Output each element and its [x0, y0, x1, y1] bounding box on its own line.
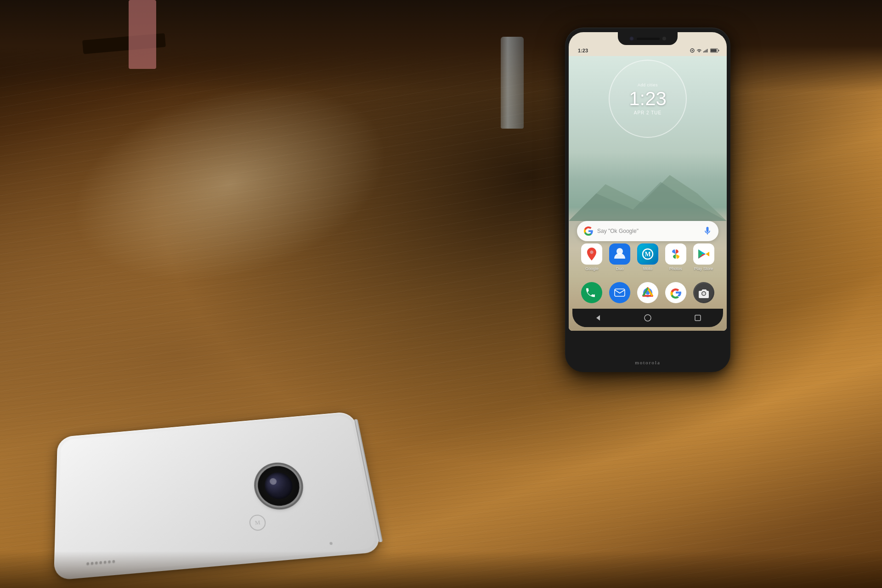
svg-text:M: M [645, 251, 650, 258]
nav-home-button[interactable] [641, 313, 655, 322]
phone-screen: 1:23 [569, 32, 727, 331]
photos-app-icon [665, 243, 686, 265]
navigation-bar [572, 309, 723, 327]
svg-point-21 [582, 283, 601, 302]
status-bar: 1:23 [569, 45, 727, 56]
status-icons [690, 48, 719, 53]
clock-circle: Add cities 1:23 APR 2 TUE [609, 60, 687, 138]
proximity-sensor [662, 37, 666, 40]
microphone-icon [703, 226, 712, 236]
svg-point-33 [645, 315, 651, 321]
google-search-bar[interactable]: Say "Ok Google" [577, 221, 718, 241]
phone-front-body: 1:23 [565, 28, 730, 372]
app-playstore[interactable]: Play Store [693, 243, 714, 271]
clock-widget[interactable]: Add cities 1:23 APR 2 TUE [606, 57, 689, 140]
moto-app-icon: M [637, 243, 658, 265]
rear-camera-module [255, 464, 302, 508]
app-photos[interactable]: Photos [665, 243, 686, 271]
phone-brand-label: motorola [565, 360, 730, 365]
google-app-icon [665, 282, 686, 303]
google-maps-app-icon [581, 243, 602, 265]
dock-camera[interactable] [693, 282, 714, 303]
clock-time: 1:23 [629, 89, 667, 108]
nav-recents-button[interactable] [691, 313, 705, 322]
earpiece-speaker [637, 38, 660, 40]
svg-point-31 [702, 292, 705, 295]
duo-app-icon [609, 243, 630, 265]
svg-rect-34 [695, 315, 701, 321]
app-google[interactable]: Google [581, 243, 602, 271]
playstore-app-icon [693, 243, 714, 265]
dock-chrome[interactable] [637, 282, 658, 303]
glass-object [501, 37, 524, 129]
clock-date: APR 2 TUE [634, 110, 662, 115]
app-playstore-label: Play Store [694, 266, 713, 271]
svg-rect-5 [705, 51, 706, 52]
mountain-shape [569, 166, 727, 221]
motorola-logo-back: M [247, 513, 268, 533]
svg-rect-9 [718, 50, 719, 51]
background-pink-object [129, 0, 156, 69]
signal-icon [703, 48, 709, 53]
app-google-label: Google [585, 266, 599, 271]
chrome-app-icon [637, 282, 658, 303]
search-hint-text: Say "Ok Google" [597, 228, 699, 234]
camera-lens [263, 471, 294, 500]
app-moto-label: Moto [643, 266, 652, 271]
app-duo[interactable]: Duo [609, 243, 630, 271]
wifi-icon [696, 48, 702, 53]
status-time: 1:23 [578, 48, 588, 53]
google-g-icon [583, 226, 594, 236]
motorola-text: motorola [635, 360, 661, 365]
bottom-dock [569, 282, 727, 303]
svg-text:M: M [254, 519, 261, 526]
svg-rect-4 [703, 51, 704, 53]
battery-icon [710, 48, 719, 53]
svg-rect-7 [707, 49, 708, 53]
svg-point-22 [611, 283, 629, 302]
phone-app-icon [581, 282, 602, 303]
app-photos-label: Photos [669, 266, 682, 271]
svg-marker-32 [596, 315, 600, 321]
messages-app-icon [609, 282, 630, 303]
dock-google[interactable] [665, 282, 686, 303]
svg-point-3 [692, 50, 693, 51]
dock-messages[interactable] [609, 282, 630, 303]
app-moto[interactable]: M Moto [637, 243, 658, 271]
camera-app-icon [693, 282, 714, 303]
app-duo-label: Duo [616, 266, 624, 271]
svg-rect-6 [706, 50, 707, 52]
notification-icon [690, 48, 695, 53]
front-camera [629, 36, 634, 41]
add-cities-label: Add cities [638, 83, 658, 87]
back-sensor [329, 542, 333, 545]
phone-notch [618, 32, 678, 45]
table-foreground [0, 551, 882, 588]
app-row: Google Duo [569, 243, 727, 271]
dock-phone[interactable] [581, 282, 602, 303]
svg-rect-10 [711, 49, 717, 52]
nav-back-button[interactable] [591, 313, 605, 322]
